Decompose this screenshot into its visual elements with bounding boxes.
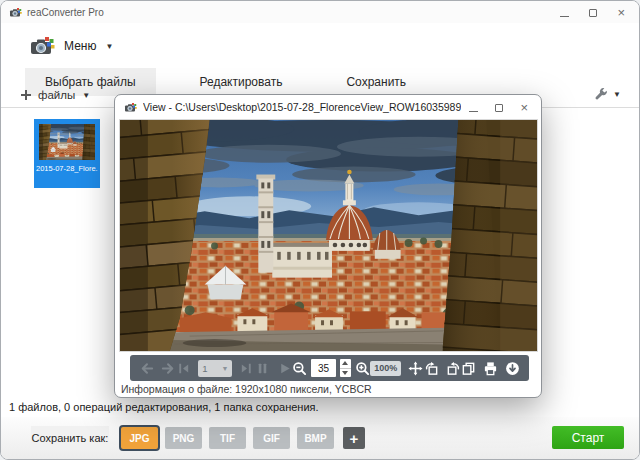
stepper-down-icon[interactable] [340, 369, 351, 378]
forward-button[interactable] [161, 361, 176, 376]
thumbnail-image [39, 124, 95, 160]
app-icon [9, 7, 22, 18]
rotate-left-button[interactable] [424, 361, 439, 376]
chevron-down-icon: ▼ [613, 90, 621, 99]
app-window: reaConverter Pro × Меню ▼ Выбрать файлы … [0, 0, 640, 460]
pan-button[interactable] [408, 361, 423, 376]
rotate-right-button[interactable] [446, 361, 461, 376]
format-tif-button[interactable]: TIF [209, 427, 246, 449]
viewer-icon [124, 102, 137, 113]
zoom-out-button[interactable] [292, 361, 307, 376]
pause-button[interactable] [255, 361, 270, 376]
minimize-button[interactable] [560, 3, 569, 21]
zoom-input[interactable] [311, 359, 336, 377]
format-png-button[interactable]: PNG [165, 427, 202, 449]
zoom-in-button[interactable] [355, 361, 370, 376]
first-page-button[interactable] [176, 361, 191, 376]
app-logo-icon [29, 35, 55, 57]
chevron-down-icon: ▼ [221, 365, 228, 372]
file-thumbnail[interactable]: 2015-07-28_Flore... [34, 119, 100, 188]
viewer-minimize-button[interactable] [469, 98, 478, 116]
format-jpg-button[interactable]: JPG [121, 427, 158, 449]
maximize-icon [589, 9, 597, 17]
zoom-stepper[interactable] [340, 359, 351, 377]
play-button[interactable] [277, 361, 292, 376]
chevron-down-icon: ▼ [105, 42, 113, 51]
title-bar: reaConverter Pro × [1, 1, 639, 23]
stepper-up-icon[interactable] [340, 359, 351, 369]
format-gif-button[interactable]: GIF [253, 427, 290, 449]
zoom-100-button[interactable]: 100% [370, 361, 401, 376]
app-title: reaConverter Pro [27, 7, 104, 18]
add-format-button[interactable]: + [343, 427, 365, 449]
back-button[interactable] [139, 361, 154, 376]
menu-button[interactable]: Меню ▼ [19, 30, 123, 62]
wrench-icon [594, 87, 608, 101]
format-bmp-button[interactable]: BMP [297, 427, 334, 449]
close-button[interactable]: × [617, 6, 625, 19]
minimize-icon [469, 111, 478, 112]
viewer-title-bar: View - C:\Users\Desktop\2015-07-28_Flore… [115, 95, 541, 119]
thumbnail-filename: 2015-07-28_Flore... [36, 164, 98, 173]
minimize-icon [560, 16, 569, 17]
viewer-canvas[interactable] [119, 119, 538, 352]
start-button[interactable]: Старт [552, 426, 624, 449]
viewer-maximize-button[interactable] [495, 98, 503, 116]
viewer-close-button[interactable]: × [520, 101, 528, 114]
save-as-button[interactable]: Сохранить как: [31, 426, 109, 450]
copy-button[interactable] [461, 361, 476, 376]
add-files-button[interactable]: файлы ▼ [21, 89, 90, 101]
menu-label: Меню [64, 39, 96, 53]
page-select[interactable]: 1 ▼ [198, 360, 232, 377]
status-text: 1 файлов, 0 операций редактирования, 1 п… [9, 401, 319, 413]
maximize-button[interactable] [589, 3, 597, 21]
viewer-window: View - C:\Users\Desktop\2015-07-28_Flore… [114, 94, 542, 398]
add-files-label: файлы [38, 89, 75, 101]
file-info-text: Информация о файле: 1920x1080 пиксели, Y… [121, 383, 372, 395]
last-page-button[interactable] [239, 361, 254, 376]
maximize-icon [495, 104, 503, 112]
settings-button[interactable]: ▼ [594, 87, 621, 101]
viewer-title: View - C:\Users\Desktop\2015-07-28_Flore… [143, 101, 461, 113]
format-buttons: JPG PNG TIF GIF BMP + [121, 427, 365, 449]
florence-photo [120, 120, 537, 351]
viewer-toolbar: 1 ▼ [130, 355, 529, 381]
plus-icon [21, 90, 31, 100]
print-button[interactable] [483, 361, 498, 376]
chevron-down-icon: ▼ [82, 91, 90, 100]
page-value: 1 [202, 363, 207, 374]
bottom-bar: Сохранить как: JPG PNG TIF GIF BMP + Ста… [1, 417, 639, 459]
download-button[interactable] [505, 361, 520, 376]
